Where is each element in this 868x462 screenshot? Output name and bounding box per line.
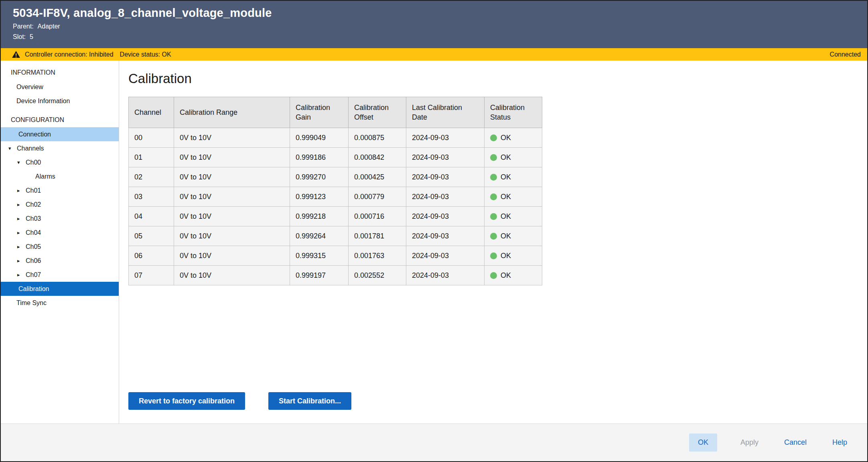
revert-factory-calibration-button[interactable]: Revert to factory calibration <box>128 392 245 410</box>
status-ok-icon <box>490 154 497 161</box>
warning-icon <box>12 51 20 58</box>
chevron-right-icon[interactable]: ▸ <box>17 188 24 193</box>
cell-offset: 0.000425 <box>349 167 406 187</box>
cell-gain: 0.999315 <box>290 246 349 266</box>
ok-button[interactable]: OK <box>689 434 717 452</box>
cell-channel: 06 <box>129 246 174 266</box>
table-row: 07 0V to 10V 0.999197 0.002552 2024-09-0… <box>129 266 542 285</box>
cell-offset: 0.002552 <box>349 266 406 285</box>
sidebar-item-time-sync[interactable]: Time Sync <box>1 296 119 310</box>
cell-gain: 0.999186 <box>290 148 349 167</box>
footer: OK Apply Cancel Help <box>1 423 867 461</box>
cell-status: OK <box>485 246 542 266</box>
sidebar-item-label: Ch05 <box>26 243 41 250</box>
sidebar-section-information: INFORMATION <box>1 65 119 80</box>
sidebar-item-alarms[interactable]: Alarms <box>1 169 119 183</box>
status-bar: Controller connection: Inhibited Device … <box>1 48 867 61</box>
sidebar-item-ch01[interactable]: ▸ Ch01 <box>1 183 119 197</box>
status-text: OK <box>501 134 511 142</box>
help-button[interactable]: Help <box>830 438 850 447</box>
chevron-right-icon[interactable]: ▸ <box>17 258 24 263</box>
sidebar-item-ch07[interactable]: ▸ Ch07 <box>1 268 119 282</box>
cell-range: 0V to 10V <box>174 128 290 148</box>
cell-range: 0V to 10V <box>174 246 290 266</box>
table-header-row: Channel Calibration Range Calibration Ga… <box>129 97 542 128</box>
apply-button[interactable]: Apply <box>738 438 761 447</box>
table-row: 06 0V to 10V 0.999315 0.001763 2024-09-0… <box>129 246 542 266</box>
cell-offset: 0.000842 <box>349 148 406 167</box>
sidebar-item-device-information[interactable]: Device Information <box>1 94 119 108</box>
status-text: OK <box>501 153 511 161</box>
chevron-down-icon[interactable]: ▾ <box>17 160 24 165</box>
table-row: 01 0V to 10V 0.999186 0.000842 2024-09-0… <box>129 148 542 167</box>
chevron-right-icon[interactable]: ▸ <box>17 272 24 277</box>
sidebar-item-label: Ch01 <box>26 187 41 194</box>
sidebar-item-ch00[interactable]: ▾ Ch00 <box>1 155 119 169</box>
column-header-gain: Calibration Gain <box>290 97 349 128</box>
cell-range: 0V to 10V <box>174 226 290 246</box>
header: 5034-IF8V, analog_8_channel_voltage_modu… <box>1 1 867 48</box>
cell-range: 0V to 10V <box>174 148 290 167</box>
cell-date: 2024-09-03 <box>406 128 485 148</box>
parent-row: Parent:Adapter <box>13 23 867 30</box>
cell-channel: 03 <box>129 187 174 207</box>
cell-range: 0V to 10V <box>174 266 290 285</box>
status-text: OK <box>501 271 511 279</box>
sidebar-item-ch05[interactable]: ▸ Ch05 <box>1 240 119 254</box>
chevron-right-icon[interactable]: ▸ <box>17 216 24 221</box>
sidebar: INFORMATION Overview Device Information … <box>1 61 119 423</box>
sidebar-item-label: Time Sync <box>16 299 47 307</box>
sidebar-item-label: Ch06 <box>26 257 41 265</box>
cell-gain: 0.999218 <box>290 207 349 226</box>
sidebar-item-calibration[interactable]: Calibration <box>1 282 119 296</box>
chevron-down-icon[interactable]: ▾ <box>8 146 15 151</box>
column-header-channel: Channel <box>129 97 174 128</box>
cell-status: OK <box>485 187 542 207</box>
cancel-button[interactable]: Cancel <box>782 438 809 447</box>
cell-channel: 01 <box>129 148 174 167</box>
sidebar-section-configuration: CONFIGURATION <box>1 113 119 127</box>
sidebar-item-label: Ch03 <box>26 215 41 222</box>
sidebar-item-ch02[interactable]: ▸ Ch02 <box>1 197 119 212</box>
cell-date: 2024-09-03 <box>406 266 485 285</box>
cell-offset: 0.000716 <box>349 207 406 226</box>
sidebar-item-ch03[interactable]: ▸ Ch03 <box>1 212 119 226</box>
status-text: OK <box>501 193 511 201</box>
content: Calibration Channel Calibration Range Ca… <box>119 61 867 423</box>
window-title: 5034-IF8V, analog_8_channel_voltage_modu… <box>13 6 867 20</box>
status-ok-icon <box>490 213 497 220</box>
cell-gain: 0.999197 <box>290 266 349 285</box>
cell-status: OK <box>485 128 542 148</box>
table-row: 05 0V to 10V 0.999264 0.001781 2024-09-0… <box>129 226 542 246</box>
cell-channel: 02 <box>129 167 174 187</box>
cell-date: 2024-09-03 <box>406 207 485 226</box>
cell-range: 0V to 10V <box>174 207 290 226</box>
sidebar-item-label: Calibration <box>18 285 49 293</box>
cell-date: 2024-09-03 <box>406 246 485 266</box>
status-ok-icon <box>490 174 497 181</box>
table-row: 00 0V to 10V 0.999049 0.000875 2024-09-0… <box>129 128 542 148</box>
column-header-offset: Calibration Offset <box>349 97 406 128</box>
status-ok-icon <box>490 252 497 259</box>
cell-date: 2024-09-03 <box>406 167 485 187</box>
cell-channel: 00 <box>129 128 174 148</box>
chevron-right-icon[interactable]: ▸ <box>17 230 24 235</box>
sidebar-item-connection[interactable]: Connection <box>1 127 119 141</box>
sidebar-item-ch04[interactable]: ▸ Ch04 <box>1 226 119 240</box>
start-calibration-button[interactable]: Start Calibration... <box>268 392 351 410</box>
chevron-right-icon[interactable]: ▸ <box>17 244 24 249</box>
slot-row: Slot:5 <box>13 33 867 41</box>
connection-state: Connected <box>830 51 861 58</box>
sidebar-item-ch06[interactable]: ▸ Ch06 <box>1 254 119 268</box>
chevron-right-icon[interactable]: ▸ <box>17 202 24 207</box>
cell-offset: 0.000779 <box>349 187 406 207</box>
page-title: Calibration <box>128 71 867 86</box>
sidebar-item-overview[interactable]: Overview <box>1 80 119 94</box>
cell-status: OK <box>485 148 542 167</box>
sidebar-item-channels[interactable]: ▾ Channels <box>1 141 119 155</box>
sidebar-item-label: Ch00 <box>26 159 41 166</box>
column-header-status: Calibration Status <box>485 97 542 128</box>
module-properties-window: 5034-IF8V, analog_8_channel_voltage_modu… <box>0 0 868 462</box>
slot-label: Slot: <box>13 33 26 40</box>
cell-date: 2024-09-03 <box>406 226 485 246</box>
